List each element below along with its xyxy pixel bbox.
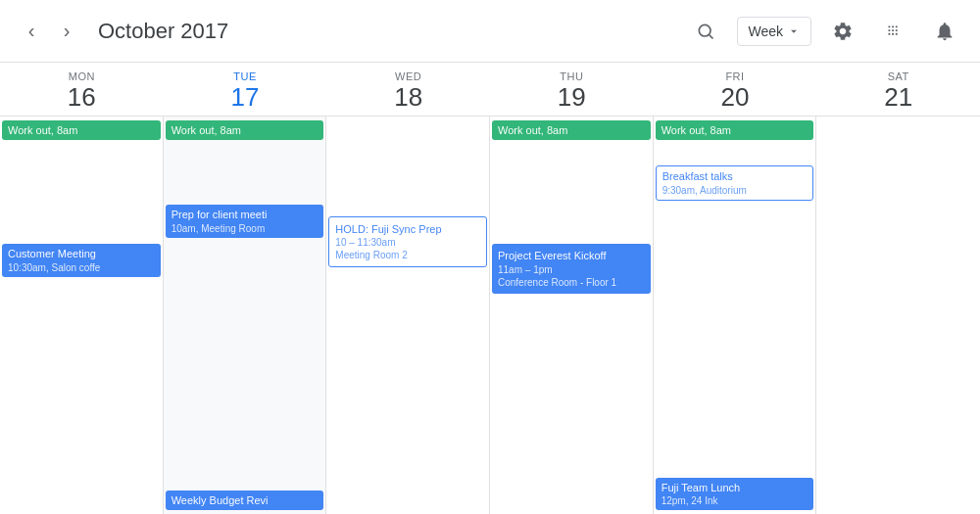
event-title: Weekly Budget Revi (172, 493, 318, 507)
event-location: Conference Room - Floor 1 (498, 276, 645, 289)
day-name-sat: Sat (816, 70, 980, 82)
search-button[interactable] (686, 12, 725, 51)
event-title: Work out, 8am (662, 124, 731, 136)
event-thu-kickoff[interactable]: Project Everest Kickoff 11am – 1pm Confe… (492, 244, 651, 293)
event-title: Fuji Team Lunch (662, 481, 808, 494)
day-headers: Mon 16 Tue 17 Wed 18 Thu 19 Fri 20 Sat 2… (0, 63, 980, 117)
view-label: Week (748, 23, 783, 39)
day-header-sat: Sat 21 (816, 63, 980, 116)
event-title: Prep for client meeti (172, 208, 318, 221)
calendar-body: Work out, 8am Customer Meeting 10:30am, … (0, 117, 980, 514)
svg-point-0 (700, 24, 711, 36)
day-col-mon: Work out, 8am Customer Meeting 10:30am, … (0, 117, 164, 514)
month-title: October 2017 (98, 19, 686, 44)
day-num-thu: 19 (490, 84, 654, 110)
day-col-tue: Work out, 8am Prep for client meeti 10am… (164, 117, 327, 514)
chevron-down-icon (787, 24, 801, 38)
day-name-thu: Thu (490, 70, 654, 82)
day-name-wed: Wed (326, 70, 490, 82)
search-icon (696, 22, 715, 41)
event-title: Work out, 8am (172, 124, 241, 136)
gear-icon (832, 21, 854, 42)
event-fri-lunch[interactable]: Fuji Team Lunch 12pm, 24 Ink (656, 478, 814, 510)
apps-icon (883, 21, 905, 42)
event-time: 9:30am, Auditorium (662, 184, 808, 197)
day-col-wed: HOLD: Fuji Sync Prep 10 – 11:30am Meetin… (326, 117, 490, 514)
event-time: 11am – 1pm (498, 263, 645, 276)
day-name-mon: Mon (0, 70, 164, 82)
day-num-wed: 18 (326, 84, 490, 110)
day-col-sat (816, 117, 980, 514)
event-tue-prep[interactable]: Prep for client meeti 10am, Meeting Room (166, 205, 324, 237)
day-col-fri: Work out, 8am Breakfast talks 9:30am, Au… (654, 117, 817, 514)
day-name-fri: Fri (654, 70, 817, 82)
event-title: Work out, 8am (8, 124, 77, 136)
event-title: Work out, 8am (498, 124, 567, 136)
event-mon-workout[interactable]: Work out, 8am (2, 120, 161, 140)
view-dropdown[interactable]: Week (737, 17, 811, 46)
next-button[interactable]: › (51, 16, 82, 47)
event-time: 10 – 11:30am (335, 236, 480, 249)
day-header-wed: Wed 18 (326, 63, 490, 116)
day-header-fri: Fri 20 (654, 63, 817, 116)
day-header-mon: Mon 16 (0, 63, 164, 116)
notifications-button[interactable] (925, 12, 964, 51)
event-thu-workout[interactable]: Work out, 8am (492, 120, 651, 140)
day-num-fri: 20 (654, 84, 817, 110)
event-time: 10:30am, Salon coffe (8, 261, 155, 274)
event-title: Customer Meeting (8, 247, 155, 260)
event-fri-breakfast[interactable]: Breakfast talks 9:30am, Auditorium (656, 165, 814, 200)
calendar: Mon 16 Tue 17 Wed 18 Thu 19 Fri 20 Sat 2… (0, 63, 980, 514)
event-tue-budget[interactable]: Weekly Budget Revi (166, 491, 324, 510)
event-tue-workout[interactable]: Work out, 8am (166, 120, 324, 140)
day-num-tue: 17 (164, 84, 327, 110)
calendar-header: ‹ › October 2017 Week (0, 0, 980, 63)
day-header-thu: Thu 19 (490, 63, 654, 116)
day-num-mon: 16 (0, 84, 164, 110)
svg-line-1 (710, 34, 713, 38)
event-wed-fuji[interactable]: HOLD: Fuji Sync Prep 10 – 11:30am Meetin… (328, 216, 487, 267)
event-mon-customer[interactable]: Customer Meeting 10:30am, Salon coffe (2, 244, 161, 276)
prev-button[interactable]: ‹ (16, 16, 47, 47)
event-fri-workout[interactable]: Work out, 8am (656, 120, 814, 140)
nav-arrows: ‹ › (16, 16, 82, 47)
day-num-sat: 21 (816, 84, 980, 110)
bell-icon (934, 21, 956, 42)
event-title: HOLD: Fuji Sync Prep (335, 222, 480, 236)
apps-button[interactable] (874, 12, 913, 51)
day-header-tue: Tue 17 (164, 63, 327, 116)
event-time: 10am, Meeting Room (172, 222, 318, 235)
event-title: Project Everest Kickoff (498, 249, 645, 262)
event-time: 12pm, 24 Ink (662, 494, 808, 507)
settings-button[interactable] (823, 12, 862, 51)
event-location: Meeting Room 2 (335, 249, 480, 261)
day-name-tue: Tue (164, 70, 327, 82)
day-col-thu: Work out, 8am Project Everest Kickoff 11… (490, 117, 654, 514)
header-actions: Week (686, 12, 964, 51)
event-title: Breakfast talks (662, 169, 808, 183)
